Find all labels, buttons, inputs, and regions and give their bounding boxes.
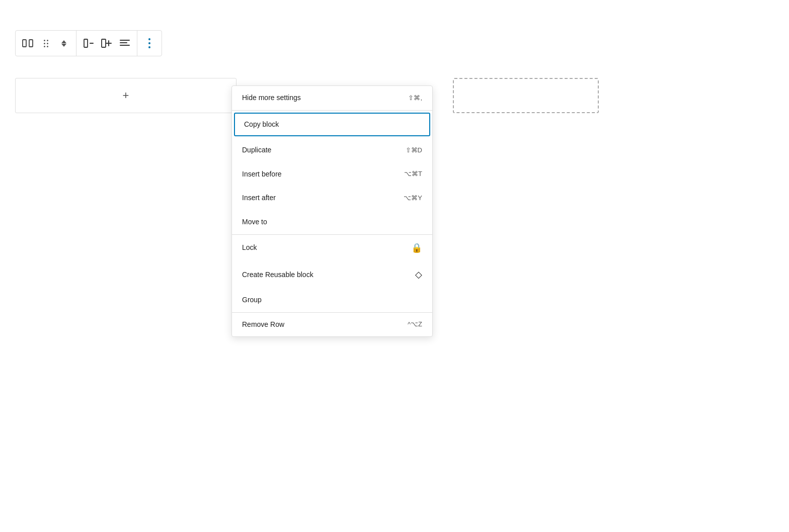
lock-icon: 🔒 — [411, 242, 422, 254]
insert-after-label: Insert after — [242, 193, 276, 203]
more-options-button[interactable] — [142, 36, 156, 50]
menu-item-lock[interactable]: Lock 🔒 — [232, 235, 432, 261]
menu-item-copy-block[interactable]: Copy block — [234, 113, 430, 137]
reusable-icon: ◇ — [415, 269, 422, 281]
menu-section-advanced: Lock 🔒 Create Reusable block ◇ Group — [232, 235, 432, 313]
placeholder-block — [453, 78, 599, 113]
toolbar-group-layout — [16, 31, 76, 56]
duplicate-label: Duplicate — [242, 145, 271, 155]
create-reusable-label: Create Reusable block — [242, 270, 313, 280]
menu-item-duplicate[interactable]: Duplicate ⇧⌘D — [232, 138, 432, 162]
remove-row-label: Remove Row — [242, 320, 284, 330]
copy-block-label: Copy block — [244, 120, 279, 130]
context-menu: Hide more settings ⇧⌘, Copy block Duplic… — [231, 85, 433, 337]
grid-drag-icon[interactable] — [39, 36, 53, 50]
menu-item-insert-before[interactable]: Insert before ⌥⌘T — [232, 162, 432, 187]
insert-before-label: Insert before — [242, 169, 282, 180]
menu-section-block-actions: Copy block Duplicate ⇧⌘D Insert before ⌥… — [232, 113, 432, 235]
menu-item-insert-after[interactable]: Insert after ⌥⌘Y — [232, 186, 432, 210]
hide-settings-shortcut: ⇧⌘, — [408, 94, 422, 103]
menu-item-hide-settings[interactable]: Hide more settings ⇧⌘, — [232, 86, 432, 110]
duplicate-shortcut: ⇧⌘D — [406, 146, 422, 155]
columns-icon[interactable] — [21, 36, 35, 50]
svg-rect-0 — [23, 40, 26, 47]
menu-item-group[interactable]: Group — [232, 288, 432, 312]
three-dots-icon — [148, 38, 150, 48]
remove-row-shortcut: ^⌥Z — [408, 320, 422, 329]
lock-label: Lock — [242, 243, 257, 253]
add-column-icon[interactable] — [100, 36, 114, 50]
svg-rect-1 — [29, 40, 33, 47]
group-label: Group — [242, 295, 262, 305]
arrows-icon — [61, 40, 66, 47]
add-block-button[interactable]: + — [123, 89, 129, 102]
insert-after-shortcut: ⌥⌘Y — [404, 194, 422, 203]
alignment-icon[interactable] — [118, 36, 132, 50]
menu-item-move-to[interactable]: Move to — [232, 210, 432, 234]
remove-column-icon[interactable] — [82, 36, 96, 50]
row-editor-area[interactable]: + — [15, 78, 236, 113]
grid-dots-icon — [44, 40, 48, 47]
page-container: + Hide more settings ⇧⌘, Copy block Dupl… — [0, 0, 789, 532]
block-toolbar — [15, 30, 162, 56]
menu-item-remove-row[interactable]: Remove Row ^⌥Z — [232, 313, 432, 337]
up-down-arrow-icon[interactable] — [57, 36, 71, 50]
svg-rect-4 — [102, 39, 106, 47]
svg-rect-2 — [84, 39, 88, 47]
move-to-label: Move to — [242, 217, 267, 227]
hide-settings-label: Hide more settings — [242, 93, 301, 103]
menu-section-remove: Remove Row ^⌥Z — [232, 313, 432, 337]
menu-item-create-reusable[interactable]: Create Reusable block ◇ — [232, 261, 432, 288]
menu-section-settings: Hide more settings ⇧⌘, — [232, 86, 432, 111]
toolbar-group-more — [137, 31, 162, 56]
toolbar-group-columns — [76, 31, 137, 56]
insert-before-shortcut: ⌥⌘T — [404, 169, 422, 179]
